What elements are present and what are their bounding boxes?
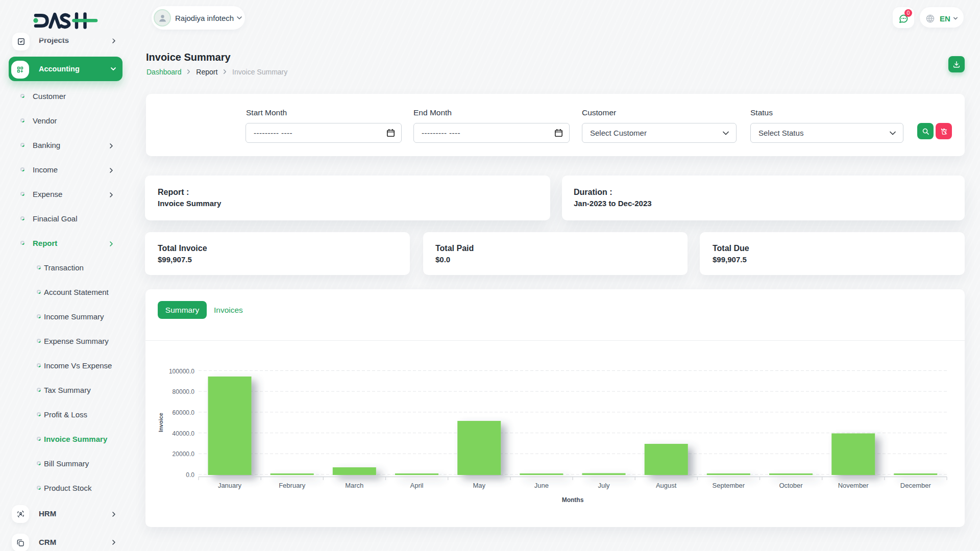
svg-text:May: May bbox=[473, 482, 485, 489]
svg-text:March: March bbox=[345, 482, 363, 489]
svg-text:40000.0: 40000.0 bbox=[173, 430, 195, 437]
svg-text:0.0: 0.0 bbox=[186, 471, 194, 479]
svg-text:July: July bbox=[598, 482, 610, 489]
svg-text:January: January bbox=[218, 482, 242, 489]
svg-text:August: August bbox=[656, 482, 677, 489]
svg-text:November: November bbox=[838, 482, 869, 489]
svg-text:April: April bbox=[410, 482, 423, 489]
svg-text:60000.0: 60000.0 bbox=[173, 409, 195, 416]
svg-text:20000.0: 20000.0 bbox=[173, 450, 195, 458]
svg-text:June: June bbox=[534, 482, 549, 489]
svg-text:September: September bbox=[713, 482, 745, 489]
svg-text:Months: Months bbox=[562, 496, 584, 504]
svg-text:80000.0: 80000.0 bbox=[173, 388, 195, 395]
svg-text:Invoice: Invoice bbox=[158, 413, 164, 432]
svg-text:December: December bbox=[900, 482, 932, 489]
svg-text:February: February bbox=[279, 482, 306, 489]
svg-text:100000.0: 100000.0 bbox=[169, 368, 194, 375]
svg-text:October: October bbox=[779, 482, 803, 489]
